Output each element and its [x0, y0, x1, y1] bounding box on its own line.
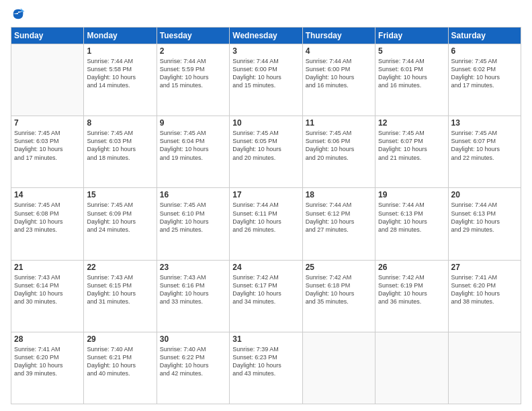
- calendar-cell: 27Sunrise: 7:41 AM Sunset: 6:20 PM Dayli…: [448, 260, 521, 332]
- weekday-sunday: Sunday: [11, 28, 84, 44]
- weekday-tuesday: Tuesday: [157, 28, 229, 44]
- calendar-table: SundayMondayTuesdayWednesdayThursdayFrid…: [11, 27, 521, 404]
- weekday-wednesday: Wednesday: [230, 28, 302, 44]
- weekday-thursday: Thursday: [302, 28, 375, 44]
- day-number: 12: [378, 118, 445, 128]
- calendar-cell: 2Sunrise: 7:44 AM Sunset: 5:59 PM Daylig…: [157, 44, 229, 116]
- calendar-cell: 12Sunrise: 7:45 AM Sunset: 6:07 PM Dayli…: [375, 116, 448, 188]
- day-number: 22: [87, 263, 153, 272]
- day-info: Sunrise: 7:45 AM Sunset: 6:03 PM Dayligh…: [14, 129, 81, 162]
- calendar-cell: 5Sunrise: 7:44 AM Sunset: 6:01 PM Daylig…: [375, 44, 448, 116]
- day-number: 15: [87, 190, 153, 199]
- day-info: Sunrise: 7:44 AM Sunset: 6:13 PM Dayligh…: [451, 201, 518, 234]
- calendar-cell: 25Sunrise: 7:42 AM Sunset: 6:18 PM Dayli…: [302, 260, 375, 332]
- day-info: Sunrise: 7:44 AM Sunset: 6:00 PM Dayligh…: [306, 57, 372, 90]
- day-info: Sunrise: 7:43 AM Sunset: 6:16 PM Dayligh…: [160, 273, 226, 306]
- day-number: 31: [232, 334, 299, 344]
- day-number: 16: [160, 190, 226, 199]
- day-info: Sunrise: 7:43 AM Sunset: 6:14 PM Dayligh…: [14, 273, 81, 306]
- day-info: Sunrise: 7:45 AM Sunset: 6:10 PM Dayligh…: [160, 201, 226, 234]
- weekday-saturday: Saturday: [448, 28, 521, 44]
- calendar-cell: [11, 44, 84, 116]
- day-info: Sunrise: 7:41 AM Sunset: 6:20 PM Dayligh…: [451, 273, 518, 306]
- day-info: Sunrise: 7:45 AM Sunset: 6:07 PM Dayligh…: [378, 129, 445, 162]
- day-number: 10: [232, 118, 299, 128]
- calendar-cell: [302, 332, 375, 404]
- day-info: Sunrise: 7:45 AM Sunset: 6:03 PM Dayligh…: [87, 129, 153, 162]
- calendar-cell: 17Sunrise: 7:44 AM Sunset: 6:11 PM Dayli…: [230, 188, 302, 260]
- week-row-2: 14Sunrise: 7:45 AM Sunset: 6:08 PM Dayli…: [11, 188, 521, 260]
- day-info: Sunrise: 7:44 AM Sunset: 6:12 PM Dayligh…: [306, 201, 372, 234]
- day-number: 26: [378, 263, 445, 272]
- calendar-cell: 18Sunrise: 7:44 AM Sunset: 6:12 PM Dayli…: [302, 188, 375, 260]
- day-number: 5: [378, 46, 445, 56]
- calendar-cell: 29Sunrise: 7:40 AM Sunset: 6:21 PM Dayli…: [84, 332, 157, 404]
- day-number: 3: [232, 46, 299, 56]
- calendar-cell: [448, 332, 521, 404]
- weekday-friday: Friday: [375, 28, 448, 44]
- day-number: 17: [232, 190, 299, 199]
- calendar-cell: 16Sunrise: 7:45 AM Sunset: 6:10 PM Dayli…: [157, 188, 229, 260]
- day-number: 23: [160, 263, 226, 272]
- day-info: Sunrise: 7:45 AM Sunset: 6:02 PM Dayligh…: [451, 57, 518, 90]
- calendar-cell: 9Sunrise: 7:45 AM Sunset: 6:04 PM Daylig…: [157, 116, 229, 188]
- week-row-0: 1Sunrise: 7:44 AM Sunset: 5:58 PM Daylig…: [11, 44, 521, 116]
- day-info: Sunrise: 7:41 AM Sunset: 6:20 PM Dayligh…: [14, 345, 81, 378]
- day-number: 29: [87, 334, 153, 344]
- day-info: Sunrise: 7:44 AM Sunset: 6:00 PM Dayligh…: [232, 57, 299, 90]
- day-number: 11: [306, 118, 372, 128]
- calendar-cell: 30Sunrise: 7:40 AM Sunset: 6:22 PM Dayli…: [157, 332, 229, 404]
- day-info: Sunrise: 7:45 AM Sunset: 6:09 PM Dayligh…: [87, 201, 153, 234]
- calendar-cell: 4Sunrise: 7:44 AM Sunset: 6:00 PM Daylig…: [302, 44, 375, 116]
- calendar-cell: 15Sunrise: 7:45 AM Sunset: 6:09 PM Dayli…: [84, 188, 157, 260]
- logo-wrapper: [11, 7, 28, 21]
- day-number: 18: [306, 190, 372, 199]
- day-number: 30: [160, 334, 226, 344]
- day-number: 27: [451, 263, 518, 272]
- day-number: 24: [232, 263, 299, 272]
- calendar-cell: 10Sunrise: 7:45 AM Sunset: 6:05 PM Dayli…: [230, 116, 302, 188]
- calendar-cell: 1Sunrise: 7:44 AM Sunset: 5:58 PM Daylig…: [84, 44, 157, 116]
- calendar-cell: 26Sunrise: 7:42 AM Sunset: 6:19 PM Dayli…: [375, 260, 448, 332]
- day-info: Sunrise: 7:45 AM Sunset: 6:05 PM Dayligh…: [232, 129, 299, 162]
- calendar-cell: 23Sunrise: 7:43 AM Sunset: 6:16 PM Dayli…: [157, 260, 229, 332]
- calendar-cell: 31Sunrise: 7:39 AM Sunset: 6:23 PM Dayli…: [230, 332, 302, 404]
- logo-icon: [11, 7, 26, 21]
- day-number: 2: [160, 46, 226, 56]
- calendar-cell: 6Sunrise: 7:45 AM Sunset: 6:02 PM Daylig…: [448, 44, 521, 116]
- weekday-monday: Monday: [84, 28, 157, 44]
- day-number: 8: [87, 118, 153, 128]
- day-info: Sunrise: 7:42 AM Sunset: 6:19 PM Dayligh…: [378, 273, 445, 306]
- day-info: Sunrise: 7:42 AM Sunset: 6:17 PM Dayligh…: [232, 273, 299, 306]
- day-number: 28: [14, 334, 81, 344]
- calendar-cell: 19Sunrise: 7:44 AM Sunset: 6:13 PM Dayli…: [375, 188, 448, 260]
- day-number: 21: [14, 263, 81, 272]
- day-info: Sunrise: 7:44 AM Sunset: 6:11 PM Dayligh…: [232, 201, 299, 234]
- day-info: Sunrise: 7:43 AM Sunset: 6:15 PM Dayligh…: [87, 273, 153, 306]
- day-info: Sunrise: 7:40 AM Sunset: 6:21 PM Dayligh…: [87, 345, 153, 378]
- calendar-cell: 14Sunrise: 7:45 AM Sunset: 6:08 PM Dayli…: [11, 188, 84, 260]
- calendar-cell: 24Sunrise: 7:42 AM Sunset: 6:17 PM Dayli…: [230, 260, 302, 332]
- day-number: 1: [87, 46, 153, 56]
- day-info: Sunrise: 7:44 AM Sunset: 6:01 PM Dayligh…: [378, 57, 445, 90]
- calendar-cell: 13Sunrise: 7:45 AM Sunset: 6:07 PM Dayli…: [448, 116, 521, 188]
- day-number: 13: [451, 118, 518, 128]
- day-info: Sunrise: 7:44 AM Sunset: 6:13 PM Dayligh…: [378, 201, 445, 234]
- calendar-cell: 7Sunrise: 7:45 AM Sunset: 6:03 PM Daylig…: [11, 116, 84, 188]
- day-info: Sunrise: 7:40 AM Sunset: 6:22 PM Dayligh…: [160, 345, 226, 378]
- week-row-3: 21Sunrise: 7:43 AM Sunset: 6:14 PM Dayli…: [11, 260, 521, 332]
- calendar-cell: 20Sunrise: 7:44 AM Sunset: 6:13 PM Dayli…: [448, 188, 521, 260]
- day-info: Sunrise: 7:45 AM Sunset: 6:04 PM Dayligh…: [160, 129, 226, 162]
- day-info: Sunrise: 7:45 AM Sunset: 6:08 PM Dayligh…: [14, 201, 81, 234]
- calendar-cell: [375, 332, 448, 404]
- day-number: 4: [306, 46, 372, 56]
- day-info: Sunrise: 7:44 AM Sunset: 5:58 PM Dayligh…: [87, 57, 153, 90]
- day-number: 20: [451, 190, 518, 199]
- week-row-4: 28Sunrise: 7:41 AM Sunset: 6:20 PM Dayli…: [11, 332, 521, 404]
- calendar-cell: 28Sunrise: 7:41 AM Sunset: 6:20 PM Dayli…: [11, 332, 84, 404]
- page: SundayMondayTuesdayWednesdayThursdayFrid…: [0, 0, 532, 411]
- day-number: 19: [378, 190, 445, 199]
- day-info: Sunrise: 7:44 AM Sunset: 5:59 PM Dayligh…: [160, 57, 226, 90]
- calendar-cell: 11Sunrise: 7:45 AM Sunset: 6:06 PM Dayli…: [302, 116, 375, 188]
- day-number: 25: [306, 263, 372, 272]
